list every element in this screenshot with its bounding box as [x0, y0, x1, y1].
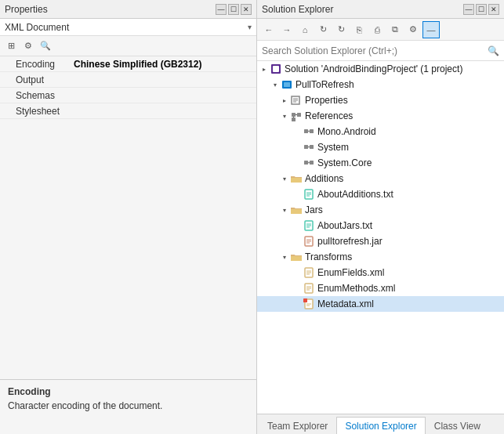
expand-enummethods-icon	[292, 283, 303, 294]
svg-rect-16	[304, 145, 308, 149]
metadata-label: Metadata.xml	[317, 298, 374, 309]
close-button[interactable]: ✕	[241, 4, 252, 15]
pin-button[interactable]: ―	[216, 4, 227, 15]
properties-title-bar: Properties ― ☐ ✕	[0, 0, 256, 19]
doc-type-bar: XML Document ▾	[0, 19, 256, 36]
sol-pin-button[interactable]: ―	[463, 4, 474, 15]
expand-project-icon: ▾	[270, 79, 281, 90]
properties-panel: Properties ― ☐ ✕ XML Document ▾ ⊞ ⚙ 🔍 En…	[0, 0, 257, 434]
sync-button[interactable]: ↻	[314, 21, 332, 38]
doc-type-arrow[interactable]: ▾	[248, 23, 252, 31]
prop-stylesheet-name: Stylesheet	[0, 106, 71, 117]
solution-title-bar: Solution Explorer ― ☐ ✕	[257, 0, 504, 19]
system-label: System	[317, 142, 349, 153]
expand-additions-icon: ▾	[279, 173, 290, 184]
svg-rect-19	[304, 161, 308, 165]
svg-rect-14	[310, 129, 314, 133]
expand-aboutjars-icon	[292, 220, 303, 231]
expand-systemcore-icon	[292, 157, 303, 168]
tree-item-pulltorefreshjar[interactable]: pulltorefresh.jar	[257, 233, 504, 249]
tree-item-aboutjars[interactable]: AboutJars.txt	[257, 218, 504, 233]
tree-item-additions[interactable]: ▾ Additions	[257, 171, 504, 186]
refresh-button[interactable]: ↻	[332, 21, 350, 38]
svg-rect-46	[303, 298, 307, 302]
tab-solution-explorer[interactable]: Solution Explorer	[336, 417, 425, 434]
move-button[interactable]: ⧉	[386, 21, 404, 38]
references-icon	[290, 110, 303, 122]
svg-rect-20	[310, 161, 314, 165]
prop-schemas-name: Schemas	[0, 90, 71, 101]
tree-item-transforms[interactable]: ▾ Transforms	[257, 249, 504, 265]
properties-toolbar: ⊞ ⚙ 🔍	[0, 36, 256, 56]
tree-item-systemcore[interactable]: System.Core	[257, 155, 504, 171]
project-label: PullToRefresh	[296, 79, 354, 90]
prop-encoding-row[interactable]: Encoding Chinese Simplified (GB2312)	[0, 56, 256, 72]
sort-icon[interactable]: ⚙	[20, 38, 36, 54]
minimize-button[interactable]: ☐	[228, 4, 239, 15]
expand-aboutadditions-icon	[292, 189, 303, 200]
additions-label: Additions	[305, 173, 343, 184]
back-button[interactable]: ←	[260, 21, 277, 38]
tree-item-solution[interactable]: ▸ Solution 'AndroidBindingProject' (1 pr…	[257, 61, 504, 77]
sol-minimize-button[interactable]: ☐	[476, 4, 487, 15]
properties-label: Properties	[305, 95, 348, 106]
tree-item-project[interactable]: ▾ PullToRefresh	[257, 77, 504, 92]
svg-rect-27	[291, 209, 302, 214]
svg-rect-36	[291, 256, 302, 261]
copy-button[interactable]: ⎘	[350, 21, 368, 38]
expand-references-icon: ▾	[279, 110, 290, 121]
prop-encoding-value: Chinese Simplified (GB2312)	[71, 59, 256, 70]
expand-transforms-icon: ▾	[279, 251, 290, 262]
references-label: References	[305, 110, 353, 121]
expand-jars-icon: ▾	[279, 204, 290, 215]
solution-toolbar: ← → ⌂ ↻ ↻ ⎘ ⎙ ⧉ ⚙ ―	[257, 19, 504, 41]
category-icon[interactable]: ⊞	[3, 38, 19, 54]
tree-item-properties[interactable]: ▸ Properties	[257, 92, 504, 108]
search-icon[interactable]: 🔍	[488, 45, 499, 56]
svg-rect-17	[310, 145, 314, 149]
solution-search: 🔍	[257, 41, 504, 61]
tab-team-explorer[interactable]: Team Explorer	[259, 417, 336, 434]
tree-item-aboutadditions[interactable]: AboutAdditions.txt	[257, 186, 504, 202]
project-icon	[281, 78, 293, 91]
tree-item-enummethods[interactable]: EnumMethods.xml	[257, 280, 504, 296]
jar-icon	[303, 235, 315, 248]
tree-item-mono[interactable]: Mono.Android	[257, 124, 504, 139]
tree-item-metadata[interactable]: Metadata.xml	[257, 296, 504, 312]
solution-label: Solution 'AndroidBindingProject' (1 proj…	[285, 63, 462, 74]
jars-label: Jars	[305, 204, 323, 215]
sol-close-button[interactable]: ✕	[488, 4, 499, 15]
systemcore-icon	[303, 157, 315, 169]
aboutadditions-label: AboutAdditions.txt	[317, 189, 393, 200]
pin-active-button[interactable]: ―	[422, 21, 440, 38]
prop-stylesheet-row[interactable]: Stylesheet	[0, 103, 256, 119]
footer-prop-name: Encoding	[8, 386, 248, 397]
search-prop-icon[interactable]: 🔍	[38, 38, 53, 54]
tree-item-enumfields[interactable]: EnumFields.xml	[257, 265, 504, 280]
transforms-label: Transforms	[305, 251, 352, 262]
tree-item-references[interactable]: ▾ References	[257, 108, 504, 124]
prop-output-row[interactable]: Output	[0, 72, 256, 88]
expand-metadata-icon	[292, 298, 303, 309]
prop-output-name: Output	[0, 74, 71, 85]
enummethods-icon	[303, 282, 315, 295]
properties-icon	[290, 94, 303, 107]
expand-system-icon	[292, 142, 303, 153]
paste-button[interactable]: ⎙	[368, 21, 386, 38]
forward-button[interactable]: →	[278, 21, 296, 38]
prop-schemas-row[interactable]: Schemas	[0, 88, 256, 103]
svg-rect-13	[304, 129, 308, 133]
tree-item-jars[interactable]: ▾ Jars	[257, 202, 504, 218]
mono-label: Mono.Android	[317, 126, 376, 137]
additions-folder-icon	[290, 172, 303, 185]
tree-item-system[interactable]: System	[257, 139, 504, 155]
solution-icon	[270, 63, 282, 75]
settings-button[interactable]: ⚙	[404, 21, 422, 38]
tab-class-view[interactable]: Class View	[426, 417, 489, 434]
enummethods-label: EnumMethods.xml	[317, 283, 395, 294]
mono-icon	[303, 125, 315, 138]
properties-title: Properties	[5, 4, 48, 15]
search-input[interactable]	[262, 45, 488, 56]
svg-rect-22	[291, 178, 302, 183]
home-button[interactable]: ⌂	[296, 21, 314, 38]
